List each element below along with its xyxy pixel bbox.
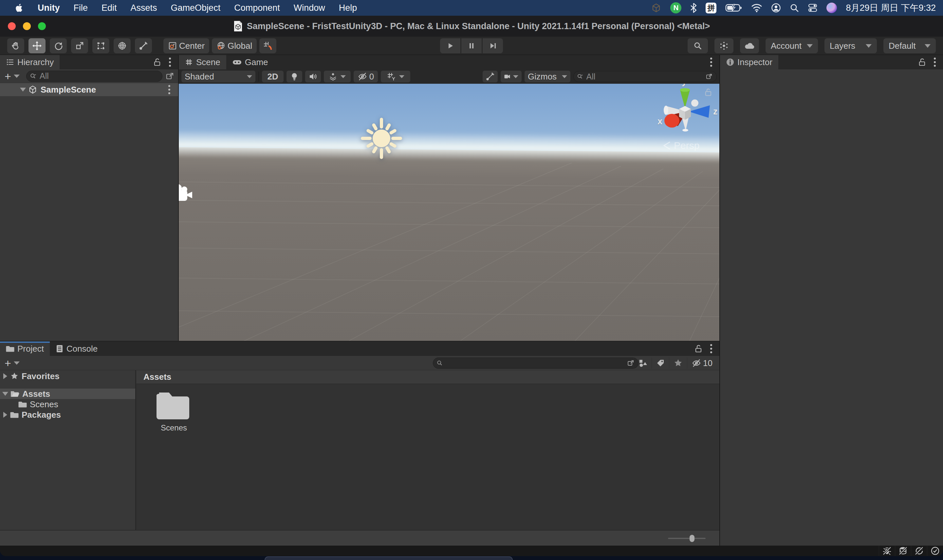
close-window-button[interactable] bbox=[8, 22, 16, 30]
gizmos-dropdown[interactable]: Gizmos bbox=[525, 71, 570, 82]
pause-button[interactable] bbox=[461, 38, 482, 53]
apple-menu[interactable] bbox=[8, 3, 31, 13]
cloud-services-button[interactable] bbox=[740, 38, 759, 53]
menu-gameobject[interactable]: GameObject bbox=[164, 3, 228, 13]
menu-component[interactable]: Component bbox=[227, 3, 287, 13]
game-tab[interactable]: Game bbox=[226, 55, 274, 69]
editor-search-button[interactable] bbox=[688, 38, 708, 53]
draw-mode-dropdown[interactable]: Shaded bbox=[181, 71, 255, 82]
axis-y-cone[interactable] bbox=[680, 90, 690, 108]
user-account-icon[interactable] bbox=[771, 3, 781, 13]
siri-icon[interactable] bbox=[826, 3, 837, 13]
tree-item-assets[interactable]: Assets bbox=[0, 389, 135, 399]
menu-unity[interactable]: Unity bbox=[31, 3, 67, 13]
menu-edit[interactable]: Edit bbox=[95, 3, 124, 13]
collapse-triangle-icon[interactable] bbox=[2, 392, 8, 396]
pivot-center-button[interactable]: Center bbox=[164, 38, 209, 53]
create-dropdown-icon[interactable] bbox=[14, 75, 20, 78]
project-tab[interactable]: Project bbox=[0, 342, 50, 356]
unlock-icon[interactable] bbox=[153, 58, 161, 67]
scene-effects-button[interactable] bbox=[324, 71, 351, 82]
search-by-label-button[interactable] bbox=[651, 357, 669, 369]
camera-gizmo[interactable] bbox=[179, 184, 196, 205]
menu-file[interactable]: File bbox=[67, 3, 95, 13]
bluetooth-icon[interactable] bbox=[690, 3, 697, 13]
create-asset-button[interactable]: + bbox=[5, 357, 11, 369]
axis-z-cone[interactable] bbox=[689, 105, 710, 118]
grid-visibility-button[interactable] bbox=[381, 71, 410, 82]
project-search[interactable] bbox=[433, 357, 639, 369]
layers-dropdown[interactable]: Layers bbox=[824, 38, 877, 53]
nordvpn-status-icon[interactable]: N bbox=[670, 2, 681, 14]
inspector-menu-icon[interactable] bbox=[932, 56, 937, 68]
spotlight-icon[interactable] bbox=[790, 3, 799, 12]
move-tool-button[interactable] bbox=[28, 38, 46, 53]
scene-tab[interactable]: Scene bbox=[179, 55, 226, 69]
unity-hub-status-icon[interactable] bbox=[651, 3, 661, 13]
progress-status[interactable] bbox=[927, 546, 943, 556]
scene-viewport[interactable]: y x z Persp bbox=[179, 84, 719, 341]
play-button[interactable] bbox=[440, 38, 460, 53]
menu-help[interactable]: Help bbox=[332, 3, 364, 13]
hierarchy-search[interactable] bbox=[26, 71, 162, 82]
tree-item-scenes[interactable]: Scenes bbox=[0, 399, 135, 409]
popout-icon[interactable] bbox=[165, 71, 175, 81]
grid-snapping-button[interactable] bbox=[259, 38, 276, 53]
scene-menu-icon[interactable] bbox=[709, 56, 713, 68]
version-control-button[interactable] bbox=[715, 38, 733, 53]
cache-server-status[interactable] bbox=[895, 546, 911, 556]
hierarchy-item-samplescene[interactable]: SampleScene bbox=[0, 83, 178, 96]
create-asset-dropdown-icon[interactable] bbox=[14, 362, 20, 365]
hidden-packages-toggle[interactable]: 10 bbox=[687, 357, 717, 369]
debugger-toggle[interactable] bbox=[879, 546, 895, 556]
menu-assets[interactable]: Assets bbox=[124, 3, 164, 13]
expand-triangle-icon[interactable] bbox=[20, 88, 26, 92]
2d-toggle-button[interactable]: 2D bbox=[262, 71, 284, 82]
hidden-objects-button[interactable]: 0 bbox=[353, 71, 378, 82]
thumbnail-zoom-slider[interactable] bbox=[668, 538, 705, 539]
auto-refresh-status[interactable] bbox=[911, 546, 927, 556]
hierarchy-tab[interactable]: Hierarchy bbox=[0, 55, 60, 69]
expand-triangle-icon[interactable] bbox=[3, 412, 7, 418]
zoom-slider-handle[interactable] bbox=[690, 535, 695, 542]
rotate-tool-button[interactable] bbox=[50, 38, 67, 53]
directional-light-gizmo[interactable] bbox=[360, 117, 403, 160]
wifi-icon[interactable] bbox=[751, 3, 762, 12]
scene-lighting-button[interactable] bbox=[287, 71, 302, 82]
expand-triangle-icon[interactable] bbox=[3, 373, 7, 379]
custom-tool-button[interactable] bbox=[135, 38, 152, 53]
scene-item-menu-icon[interactable] bbox=[167, 84, 171, 95]
menu-window[interactable]: Window bbox=[287, 3, 332, 13]
orientation-global-button[interactable]: Global bbox=[212, 38, 257, 53]
scene-camera-dropdown[interactable] bbox=[501, 71, 522, 82]
gizmo-lock-icon[interactable] bbox=[704, 88, 713, 97]
menubar-clock[interactable]: 8月29日 周日 下午9:32 bbox=[846, 2, 936, 14]
hierarchy-menu-icon[interactable] bbox=[168, 56, 172, 68]
scene-search[interactable] bbox=[573, 71, 717, 82]
unlock-icon[interactable] bbox=[918, 58, 926, 67]
hand-tool-button[interactable] bbox=[7, 38, 24, 53]
popout-icon[interactable] bbox=[705, 72, 713, 81]
hierarchy-search-input[interactable] bbox=[40, 71, 159, 81]
project-menu-icon[interactable] bbox=[709, 343, 713, 355]
project-search-input[interactable] bbox=[446, 358, 624, 368]
transform-tool-button[interactable] bbox=[114, 38, 131, 53]
unlock-icon[interactable] bbox=[695, 344, 702, 353]
scale-tool-button[interactable] bbox=[71, 38, 88, 53]
search-by-type-button[interactable] bbox=[634, 357, 651, 369]
tree-item-favorites[interactable]: Favorites bbox=[0, 371, 135, 382]
step-button[interactable] bbox=[483, 38, 503, 53]
inspector-tab[interactable]: Inspector bbox=[720, 55, 778, 69]
battery-icon[interactable] bbox=[725, 3, 742, 12]
account-dropdown[interactable]: Account bbox=[766, 38, 818, 53]
console-tab[interactable]: Console bbox=[50, 342, 103, 356]
tree-item-packages[interactable]: Packages bbox=[0, 409, 135, 420]
pinyin-input-icon[interactable]: 拼 bbox=[705, 3, 716, 14]
zoom-window-button[interactable] bbox=[38, 22, 46, 30]
projection-toggle[interactable]: Persp bbox=[663, 140, 699, 151]
create-object-button[interactable]: + bbox=[5, 71, 11, 82]
overlay-tools-button[interactable] bbox=[483, 71, 498, 82]
favorites-filter-button[interactable] bbox=[669, 357, 687, 369]
control-center-icon[interactable] bbox=[808, 3, 818, 12]
layout-dropdown[interactable]: Default bbox=[883, 38, 936, 53]
